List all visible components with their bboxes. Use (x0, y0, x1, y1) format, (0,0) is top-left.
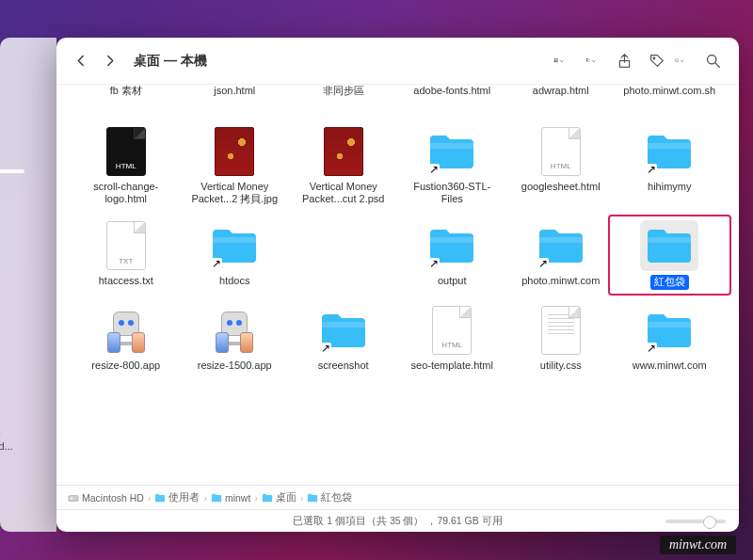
path-segment-label: 紅包袋 (321, 491, 352, 504)
file-label: www.minwt.com (633, 360, 707, 372)
svg-rect-2 (554, 61, 555, 62)
file-label: 非同步區 (323, 85, 364, 97)
file-item[interactable]: adwrap.html (508, 85, 614, 113)
path-segment[interactable]: minwt (211, 492, 250, 504)
file-item[interactable]: 紅包袋 (617, 220, 723, 289)
svg-rect-33 (71, 497, 73, 500)
file-label: scroll-change-logo.html (79, 181, 173, 205)
file-item[interactable]: ↗output (400, 220, 505, 289)
file-label: Vertical Money Packet...cut 2.psd (296, 181, 391, 205)
path-separator: › (148, 492, 152, 504)
svg-line-15 (715, 63, 719, 67)
chevron-down-icon (681, 57, 684, 65)
file-item[interactable]: Vertical Money Packet...2 拷貝.jpg (183, 126, 288, 205)
chevron-right-icon (104, 55, 116, 67)
file-item[interactable]: HTMLgooglesheet.html (508, 126, 614, 205)
path-segment-label: Macintosh HD (82, 492, 144, 504)
svg-rect-27 (648, 237, 691, 243)
svg-rect-1 (557, 59, 558, 60)
view-mode-button[interactable] (554, 57, 564, 65)
path-segment[interactable]: 使用者 (154, 491, 200, 504)
ellipsis-circle-icon (675, 58, 679, 62)
path-segment[interactable]: 桌面 (262, 491, 296, 504)
forward-button[interactable] (98, 50, 120, 72)
svg-rect-31 (648, 322, 691, 328)
group-by-button[interactable] (586, 57, 596, 65)
svg-rect-4 (586, 59, 587, 60)
svg-point-9 (652, 57, 654, 59)
file-label: adwrap.html (533, 85, 589, 97)
file-grid-area[interactable]: fb 素材json.html非同步區adobe-fonts.htmladwrap… (56, 85, 739, 485)
path-segment-label: 使用者 (168, 491, 200, 504)
svg-rect-19 (648, 143, 691, 149)
file-label: hihimymy (648, 181, 691, 193)
sidebar-item[interactable]: nc (0, 296, 6, 307)
file-item[interactable]: ↗htdocs (183, 220, 288, 289)
file-item[interactable]: TXThtaccess.txt (73, 220, 179, 289)
svg-rect-21 (213, 237, 256, 243)
watermark: minwt.com (660, 536, 736, 554)
status-bar: 已選取 1 個項目（共 35 個） ，79.61 GB 可用 (56, 509, 739, 532)
file-label: utility.css (540, 360, 582, 372)
file-item[interactable]: resize-1500.app (183, 305, 288, 372)
file-item[interactable]: ↗www.minwt.com (617, 305, 723, 372)
file-item[interactable]: resize-800.app (73, 305, 179, 372)
svg-rect-29 (322, 322, 365, 328)
svg-rect-0 (554, 59, 555, 60)
sidebar-item[interactable]: Cloud... (0, 440, 13, 452)
tag-button[interactable] (643, 50, 669, 72)
window-title: 桌面 — 本機 (134, 53, 207, 70)
file-item[interactable]: json.html (183, 85, 288, 113)
path-separator: › (203, 492, 207, 504)
file-item[interactable]: photo.minwt.com.sh (617, 85, 723, 113)
file-item[interactable]: HTMLseo-template.html (400, 305, 505, 372)
file-item[interactable]: ↗hihimymy (617, 126, 723, 205)
file-label: 紅包袋 (650, 275, 689, 289)
chevron-down-icon (592, 57, 596, 65)
more-actions-button[interactable] (675, 57, 684, 65)
file-label: Vertical Money Packet...2 拷貝.jpg (187, 181, 281, 205)
file-item[interactable]: ↗photo.minwt.com (508, 220, 614, 289)
back-button[interactable] (70, 50, 92, 72)
file-label: output (438, 275, 467, 287)
file-item[interactable]: HTMLscroll-change-logo.html (73, 126, 179, 205)
path-segment[interactable]: Macintosh HD (68, 492, 144, 504)
sidebar-item[interactable]: older (0, 429, 13, 440)
path-segment[interactable]: 紅包袋 (307, 491, 352, 504)
path-bar: Macintosh HD›使用者›minwt›桌面›紅包袋 (56, 485, 739, 509)
svg-point-14 (707, 56, 715, 64)
file-item[interactable]: ↗Fustion360-STL-Files (400, 126, 505, 205)
chevron-down-icon (560, 57, 564, 65)
file-label: resize-1500.app (198, 360, 272, 372)
icon-size-slider[interactable] (665, 520, 726, 523)
file-label: screenshot (318, 360, 369, 372)
path-separator: › (254, 492, 258, 504)
chevron-left-icon (75, 55, 88, 67)
search-button[interactable] (699, 50, 726, 72)
share-icon (617, 53, 633, 69)
grid-icon (554, 58, 558, 62)
file-label: fb 素材 (110, 85, 142, 97)
path-segment-label: minwt (225, 492, 250, 504)
svg-rect-32 (69, 495, 78, 501)
file-item[interactable]: utility.css (508, 305, 614, 372)
group-icon (586, 58, 590, 62)
toolbar: 桌面 — 本機 (56, 38, 739, 85)
tag-icon (649, 53, 665, 69)
file-label: htdocs (219, 275, 249, 287)
finder-window: 桌面 — 本機 (56, 38, 739, 532)
svg-rect-6 (586, 61, 587, 62)
file-item[interactable]: fb 素材 (73, 85, 179, 113)
file-label: photo.minwt.com.sh (623, 85, 715, 97)
file-label: resize-800.app (91, 360, 160, 372)
file-item[interactable]: Vertical Money Packet...cut 2.psd (291, 126, 396, 205)
file-label: adobe-fonts.html (413, 85, 490, 97)
svg-rect-23 (430, 237, 473, 243)
file-item[interactable]: 非同步區 (291, 85, 396, 113)
file-label: Fustion360-STL-Files (405, 181, 499, 205)
file-item[interactable]: ↗screenshot (291, 305, 396, 372)
share-button[interactable] (611, 50, 637, 72)
file-item[interactable]: adobe-fonts.html (400, 85, 505, 113)
sidebar-tag (0, 169, 24, 173)
file-label: googlesheet.html (521, 181, 601, 193)
